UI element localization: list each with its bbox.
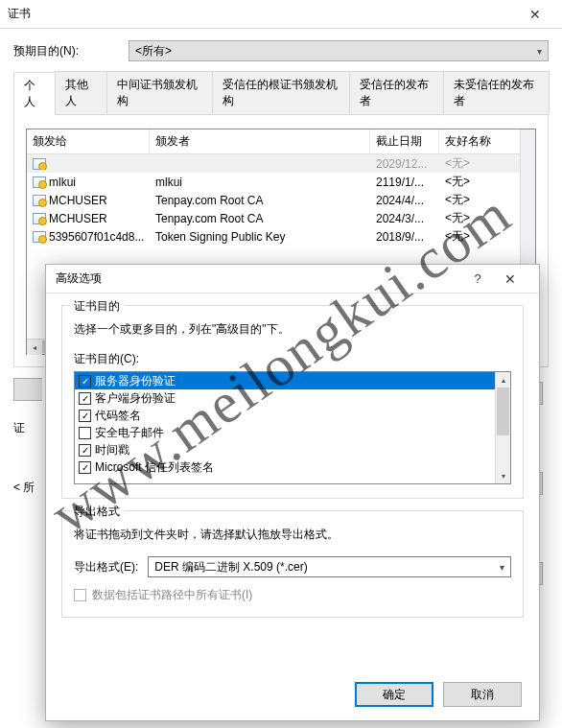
tab-intermediate[interactable]: 中间证书颁发机构 [106,71,213,114]
cell-issued-to: 5395607f01c4d8... [49,230,144,244]
window-title: 证书 [8,6,516,22]
adv-title: 高级选项 [56,270,464,287]
checklist-label: 时间戳 [95,442,129,458]
tabs: 个人 其他人 中间证书颁发机构 受信任的根证书颁发机构 受信任的发布者 未受信任… [13,71,549,115]
cert-icon [33,231,46,243]
tab-trusted-root[interactable]: 受信任的根证书颁发机构 [212,71,350,114]
purpose-row: 预期目的(N): <所有> ▾ [13,40,549,61]
cell-issued-to: MCHUSER [49,194,107,207]
cert-icon [33,195,46,206]
purpose-dropdown[interactable]: <所有> ▾ [129,40,549,61]
table-row[interactable]: 5395607f01c4d8...Token Signing Public Ke… [27,227,535,246]
include-path-checkbox [74,589,86,601]
section-label-stub: 证 [13,420,25,436]
purpose-label: 预期目的(N): [13,43,129,59]
th-issued-to[interactable]: 颁发给 [27,129,150,153]
checklist-item[interactable]: 时间戳 [75,441,510,458]
checkbox[interactable] [79,427,91,439]
checkbox[interactable] [79,392,91,405]
checklist-label: 客户端身份验证 [95,390,176,407]
checklist-item[interactable]: 服务器身份验证 [75,372,510,389]
purposes-list-label: 证书目的(C): [74,351,511,367]
table-row[interactable]: MCHUSERTenpay.com Root CA2024/4/...<无> [27,191,535,209]
purpose-value: <所有> [135,43,172,59]
table-row[interactable]: mlkuimlkui2119/1/...<无> [27,173,535,191]
checklist-item[interactable]: Microsoft 信任列表签名 [75,458,510,476]
import-button-stub[interactable] [13,378,42,401]
cert-icon [33,158,46,170]
adv-buttons: 确定 取消 [355,682,522,707]
cell-issuer: Token Signing Public Key [150,230,370,244]
cell-expiry: 2018/9/... [370,230,439,244]
cell-issuer: Tenpay.com Root CA [150,194,370,207]
table-row[interactable]: MCHUSERTenpay.com Root CA2024/3/...<无> [27,209,535,227]
cell-expiry: 2024/4/... [370,194,439,207]
tab-others[interactable]: 其他人 [55,71,107,114]
adv-body: 证书目的 选择一个或更多目的，列在"高级目的"下。 证书目的(C): 服务器身份… [46,294,539,641]
cert-icon [33,176,46,188]
checklist-item[interactable]: 安全电子邮件 [75,424,510,441]
checklist-item[interactable]: 代码签名 [75,407,510,424]
fs-export-desc: 将证书拖动到文件夹时，请选择默认拖放导出格式。 [74,527,511,543]
advanced-dialog: 高级选项 ? ✕ 证书目的 选择一个或更多目的，列在"高级目的"下。 证书目的(… [45,264,540,721]
checkbox[interactable] [79,410,91,422]
ok-button[interactable]: 确定 [355,682,433,707]
export-label: 导出格式(E): [74,559,138,575]
adv-close-icon[interactable]: ✕ [491,271,529,287]
fs-purposes-legend: 证书目的 [70,298,124,315]
cell-expiry: 2029/12... [370,157,439,171]
checkbox[interactable] [79,461,91,474]
cell-expiry: 2024/3/... [370,212,439,225]
titlebar: 证书 ✕ [0,0,562,29]
tab-trusted-pub[interactable]: 受信任的发布者 [349,71,445,114]
include-path-row: 数据包括证书路径中所有证书(I) [74,587,511,603]
cert-icon [33,213,46,224]
scroll-down-icon[interactable]: ▾ [496,468,511,483]
help-icon[interactable]: ? [464,271,491,286]
checklist-scrollbar[interactable]: ▴ ▾ [495,372,510,483]
checklist-label: 代码签名 [95,408,141,424]
cell-issuer: Tenpay.com Root CA [150,212,370,225]
export-row: 导出格式(E): DER 编码二进制 X.509 (*.cer) ▾ [74,556,511,577]
include-path-label: 数据包括证书路径中所有证书(I) [92,587,252,603]
cell-issued-to: mlkui [49,176,76,189]
checklist-label: 安全电子邮件 [95,425,164,441]
fs-purposes-desc: 选择一个或更多目的，列在"高级目的"下。 [74,321,511,338]
th-issuer[interactable]: 颁发者 [150,129,370,153]
checklist-thumb[interactable] [497,387,509,435]
export-format-dropdown[interactable]: DER 编码二进制 X.509 (*.cer) ▾ [148,556,511,577]
fieldset-export: 导出格式 将证书拖动到文件夹时，请选择默认拖放导出格式。 导出格式(E): DE… [61,510,524,618]
fs-export-legend: 导出格式 [70,504,124,520]
scroll-left-icon[interactable]: ◂ [27,340,42,355]
tab-personal[interactable]: 个人 [13,72,56,115]
checkbox[interactable] [79,375,91,387]
table-header: 颁发给 颁发者 截止日期 友好名称 [27,129,535,154]
table-body: 2029/12...<无>mlkuimlkui2119/1/...<无>MCHU… [27,154,535,246]
cell-issued-to: MCHUSER [49,212,107,225]
checklist-item[interactable]: 客户端身份验证 [75,389,510,407]
table-row[interactable]: 2029/12...<无> [27,154,535,173]
adv-titlebar: 高级选项 ? ✕ [46,265,539,294]
export-format-value: DER 编码二进制 X.509 (*.cer) [154,559,307,575]
checkbox[interactable] [79,444,91,457]
purposes-label-stub: < 所 [13,480,35,496]
cell-expiry: 2119/1/... [370,176,439,189]
close-icon[interactable]: ✕ [516,7,554,22]
purposes-checklist[interactable]: 服务器身份验证客户端身份验证代码签名安全电子邮件时间戳Microsoft 信任列… [74,371,511,484]
chevron-down-icon: ▾ [537,46,542,57]
chevron-down-icon: ▾ [500,562,504,573]
scroll-up-icon[interactable]: ▴ [496,372,511,387]
checklist-label: 服务器身份验证 [95,373,176,389]
checklist-label: Microsoft 信任列表签名 [95,459,214,476]
tab-untrusted-pub[interactable]: 未受信任的发布者 [443,71,550,114]
th-expiry[interactable]: 截止日期 [370,129,439,153]
cell-issuer: mlkui [150,176,370,189]
cancel-button[interactable]: 取消 [443,682,522,707]
fieldset-purposes: 证书目的 选择一个或更多目的，列在"高级目的"下。 证书目的(C): 服务器身份… [61,305,524,499]
